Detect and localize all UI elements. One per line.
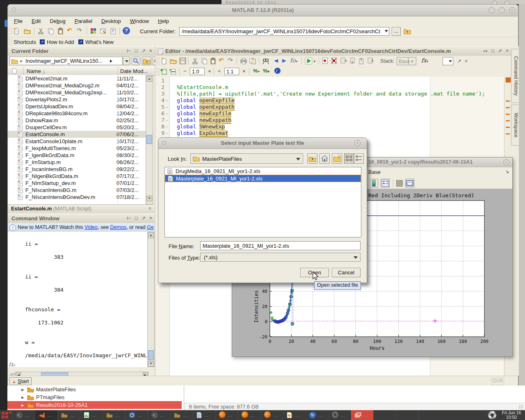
collapse-detail-icon[interactable]: ˄ xyxy=(148,206,151,212)
decrease-font-button[interactable]: − xyxy=(183,68,187,74)
step-icon[interactable] xyxy=(340,57,347,64)
simulink-icon[interactable] xyxy=(90,27,97,35)
close-panel-icon[interactable]: × xyxy=(149,48,152,54)
command-scrollbar-vertical[interactable]: ▲ ▼ xyxy=(147,232,155,367)
taskbar-item-firefox[interactable]: ... xyxy=(260,410,283,420)
look-in-combo[interactable]: MasterPlateFiles xyxy=(190,153,303,164)
address-combo[interactable]: « InovImager_jwrCF_WINLinx150... xyxy=(9,57,123,65)
line-dash[interactable]: - xyxy=(164,117,169,123)
compare-icon[interactable] xyxy=(249,57,256,64)
column-divider[interactable] xyxy=(118,67,118,75)
file-type-column-icon[interactable] xyxy=(12,68,17,74)
background-minimize-button[interactable] xyxy=(492,1,497,4)
dock-icon[interactable]: ⊢ xyxy=(127,48,131,54)
new-file-icon[interactable] xyxy=(160,57,168,65)
dock-icon[interactable]: ↦ xyxy=(484,48,488,54)
file-row[interactable]: F_NIgenBkGrdData.m07/17/2... xyxy=(8,173,146,180)
set-breakpoint-icon[interactable] xyxy=(322,57,329,64)
open-file-icon[interactable] xyxy=(23,27,31,35)
warning-mark[interactable] xyxy=(506,100,510,102)
stack-combo[interactable]: Base ▼ xyxy=(397,57,416,65)
redo-icon[interactable]: ↷ xyxy=(77,27,82,34)
expander-icon[interactable]: ▶ xyxy=(21,388,27,392)
scrollbar-thumb[interactable] xyxy=(146,135,152,144)
dialog-file-row[interactable]: DrugMedia_16_0921_MI_yor1-2.xls xyxy=(165,167,361,175)
dock-icon[interactable]: ⊢ xyxy=(127,215,131,221)
tab-workspace[interactable]: Workspace xyxy=(511,105,519,146)
code-line[interactable]: 4-global openExpfile xyxy=(155,97,504,104)
file-row[interactable]: F_NImStartup_dev.m07/01/2... xyxy=(8,180,146,187)
taskbar-item-impress[interactable]: ... xyxy=(283,410,306,420)
taskbar-item-folder[interactable]: ... xyxy=(103,410,125,420)
run-icon[interactable] xyxy=(305,57,313,65)
home-icon[interactable] xyxy=(320,153,330,164)
taskbar-item-terminal[interactable]: >_... xyxy=(148,410,170,420)
maximize-panel-icon[interactable]: □ xyxy=(491,48,494,54)
file-detail-bar[interactable]: EstartConsole.m (MATLAB Script) ˄ xyxy=(8,204,155,213)
warning-mark[interactable] xyxy=(506,114,510,115)
code-line[interactable]: 1 xyxy=(155,78,504,84)
code-line[interactable]: 3%[file,path] = uiputfile('.mat','Create… xyxy=(155,91,504,97)
resize-grip-icon[interactable] xyxy=(518,405,523,409)
code-line[interactable]: 7-global newExppath xyxy=(155,117,504,123)
paste-icon[interactable] xyxy=(57,27,64,35)
file-row[interactable]: DoverlayPlots2.m10/17/2... xyxy=(8,96,146,103)
profiler-icon[interactable] xyxy=(110,27,117,35)
file-row[interactable]: DsuperCellDev.m05/20/2... xyxy=(8,124,146,131)
expander-icon[interactable]: ▶ xyxy=(21,403,27,407)
comment-percent-icon[interactable]: %+ xyxy=(253,68,260,74)
figure-palette-icon[interactable] xyxy=(405,179,414,187)
address-dropdown-button[interactable] xyxy=(123,57,130,65)
file-row[interactable]: DshowRaw.m02/25/2... xyxy=(8,117,146,124)
editor-header[interactable]: Editor - /media/data/EASY/InovImager_jwr… xyxy=(155,46,511,57)
maximize-panel-icon[interactable]: □ xyxy=(135,215,138,221)
taskbar-item-disk-tool[interactable]: ... xyxy=(125,410,148,420)
background-close-button[interactable] xyxy=(504,1,509,4)
menu-help[interactable]: Help xyxy=(158,16,169,26)
grid-view-icon[interactable] xyxy=(344,153,354,164)
warning-mark[interactable] xyxy=(506,127,510,128)
file-row[interactable]: F_IgenBkGrdData.m08/30/2... xyxy=(8,152,146,159)
file-list-scrollbar[interactable]: ▲ ▼ xyxy=(146,75,153,204)
menu-window[interactable]: Window xyxy=(130,16,149,26)
line-dash[interactable]: - xyxy=(164,97,169,104)
redo-icon[interactable]: ↷ xyxy=(228,57,233,64)
taskbar-item-updater[interactable]: ↻... xyxy=(306,410,328,420)
file-row[interactable]: F_ImStartup.m06/26/2... xyxy=(8,159,146,166)
address-text[interactable]: InovImager_jwrCF_WINLinx150... xyxy=(25,58,107,64)
warning-mark[interactable] xyxy=(506,107,510,108)
code-line[interactable]: 5-global openExppath xyxy=(155,104,504,110)
font-scale-field-2[interactable]: 1.1 xyxy=(224,68,239,75)
code-line[interactable]: 6-global newExpfile xyxy=(155,110,504,117)
scroll-up-arrow[interactable]: ▲ xyxy=(148,233,154,238)
menu-desktop[interactable]: Desktop xyxy=(101,16,121,26)
cut-icon[interactable] xyxy=(192,57,199,65)
taskbar-item-screenshot[interactable]: ... xyxy=(351,410,373,420)
file-row[interactable]: EstartConsole10plate.m10/17/2... xyxy=(8,138,146,145)
undock-icon[interactable]: ↗ xyxy=(142,48,146,54)
find-icon[interactable] xyxy=(262,57,269,65)
shortcut-icon[interactable]: ↗ xyxy=(78,39,83,44)
scroll-down-arrow[interactable]: ▼ xyxy=(146,196,152,201)
fx-button[interactable]: fx▾ xyxy=(9,361,15,367)
save-icon[interactable] xyxy=(179,57,186,64)
list-view-icon[interactable] xyxy=(354,153,364,164)
taskbar-item-firefox[interactable]: ... xyxy=(215,410,238,420)
cancel-button[interactable]: Cancel xyxy=(332,268,361,277)
command-window-header[interactable]: Command Window ⊢□↗× xyxy=(8,214,155,224)
tree-item[interactable]: ▶MasterPlateFiles xyxy=(7,386,182,393)
legend-icon[interactable] xyxy=(381,179,390,187)
taskbar-item-terminal[interactable]: >_... xyxy=(12,410,35,420)
uncomment-percent-icon[interactable]: %▾ xyxy=(263,68,269,74)
file-row[interactable]: DpertsUploadDev.m08/04/2... xyxy=(8,103,146,110)
panel-corner-icon[interactable]: ↘ xyxy=(505,169,509,174)
menu-file[interactable]: File xyxy=(14,16,23,26)
tab-command-history[interactable]: Command History xyxy=(511,49,519,103)
taskbar-item-matlab[interactable]: ... xyxy=(35,410,57,420)
go-back-icon[interactable] xyxy=(272,57,279,64)
step-in-icon[interactable] xyxy=(349,57,356,64)
undo-icon[interactable]: ↶ xyxy=(219,57,224,64)
close-button[interactable]: × xyxy=(509,7,515,13)
search-icon[interactable] xyxy=(132,57,140,65)
up-one-level-icon[interactable] xyxy=(307,153,317,164)
